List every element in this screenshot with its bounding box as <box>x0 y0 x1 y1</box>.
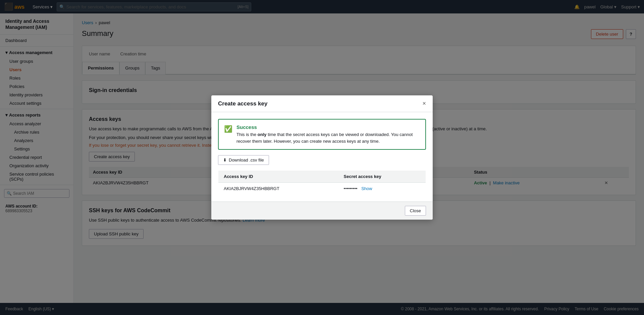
modal-footer: Close <box>211 201 433 220</box>
modal-table-header-row: Access key ID Secret access key <box>218 171 426 183</box>
download-csv-label: Download .csv file <box>229 158 264 163</box>
modal-secret-key-cell: ••••••••• Show <box>338 183 426 195</box>
modal-key-id-cell: AKIA2BJRVW4Z35HBBRGT <box>218 183 338 195</box>
success-title: Success <box>236 124 420 130</box>
secret-key-masked: ••••••••• <box>344 186 358 191</box>
success-text-part1: This is the <box>236 132 258 137</box>
download-csv-button[interactable]: ⬇ Download .csv file <box>218 155 269 165</box>
modal-table-row: AKIA2BJRVW4Z35HBBRGT ••••••••• Show <box>218 183 426 195</box>
modal-title: Create access key <box>218 100 267 107</box>
show-secret-key-button[interactable]: Show <box>361 186 372 191</box>
modal-close-button[interactable]: × <box>422 100 426 107</box>
modal-overlay: Create access key × ✅ Success This is th… <box>0 0 644 315</box>
create-access-key-modal: Create access key × ✅ Success This is th… <box>211 95 433 220</box>
modal-header: Create access key × <box>211 95 433 112</box>
modal-close-button-footer[interactable]: Close <box>405 206 426 216</box>
success-check-icon: ✅ <box>224 125 232 133</box>
success-banner: ✅ Success This is the only time that the… <box>218 119 426 150</box>
modal-body: ✅ Success This is the only time that the… <box>211 112 433 201</box>
access-key-modal-table: Access key ID Secret access key AKIA2BJR… <box>218 170 426 195</box>
modal-th-access-key-id: Access key ID <box>218 171 338 183</box>
modal-th-secret-key: Secret access key <box>338 171 426 183</box>
download-btn-container: ⬇ Download .csv file <box>218 155 426 165</box>
success-message: This is the only time that the secret ac… <box>236 131 420 144</box>
success-text-bold: only <box>258 132 267 137</box>
success-content: Success This is the only time that the s… <box>236 124 420 144</box>
download-icon: ⬇ <box>223 158 227 163</box>
